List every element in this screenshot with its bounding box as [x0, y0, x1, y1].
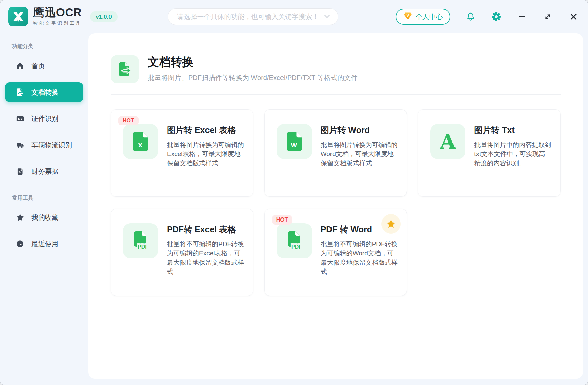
pdf-file-icon: PDF [123, 223, 158, 258]
sidebar-item-vehicle-logistics[interactable]: 车辆物流识别 [5, 135, 83, 155]
page-title: 文档转换 [148, 56, 358, 68]
card-title: 图片转 Txt [474, 125, 552, 136]
settings-gear-icon[interactable] [491, 11, 502, 22]
hot-badge: HOT [118, 116, 139, 125]
version-badge: v1.0.0 [90, 11, 117, 22]
card-pdf-to-excel[interactable]: PDFPDF转 Excel 表格批量将不可编辑的PDF转换为可编辑的Excel表… [111, 209, 253, 296]
page-header: 文档转换 批量将图片、PDF扫描件等转换为 Word/Excel/PDF/TXT… [111, 55, 561, 83]
maximize-button[interactable] [542, 11, 553, 22]
chevron-down-icon [324, 14, 330, 20]
svg-text:w: w [291, 140, 297, 149]
card-description: 批量将图片转换为可编辑的Excel表格，可最大限度地保留文档版式样式 [167, 140, 244, 168]
txt-a-icon: A [430, 124, 465, 159]
receipt-icon [16, 167, 24, 176]
word-file-icon: w [277, 124, 312, 159]
feature-card-grid: HOT x图片转 Excel 表格批量将图片转换为可编辑的Excel表格，可最大… [111, 109, 561, 296]
close-button[interactable] [568, 11, 579, 22]
card-text: 图片转 Word批量将图片转换为可编辑的Word文档，可最大限度地保留文档版式样… [321, 124, 398, 185]
clock-icon [16, 239, 24, 248]
sidebar-item-label: 财务票据 [31, 167, 58, 176]
svg-text:x: x [138, 140, 143, 149]
svg-text:PDF: PDF [138, 244, 148, 250]
sidebar-item-doc-convert[interactable]: 文档转换 [5, 82, 83, 102]
minimize-button[interactable] [517, 11, 528, 22]
sidebar-item-recent[interactable]: 最近使用 [5, 234, 83, 254]
star-icon [16, 213, 24, 222]
card-description: 批量将图片转换为可编辑的Word文档，可最大限度地保留文档版式样式 [321, 140, 398, 168]
page-header-text: 文档转换 批量将图片、PDF扫描件等转换为 Word/Excel/PDF/TXT… [148, 55, 358, 82]
function-search-select[interactable]: 请选择一个具体的功能，也可输入关键字搜索！ [168, 8, 338, 25]
sidebar-item-home[interactable]: 首页 [5, 56, 83, 76]
doc-convert-icon [111, 55, 139, 83]
header-divider [111, 94, 561, 95]
app-title: 鹰迅OCR [33, 7, 82, 18]
card-description: 批量将不可编辑的PDF转换为可编辑的Word文档，可最大限度地保留文档版式样式 [321, 239, 398, 276]
svg-text:V: V [407, 13, 409, 18]
app-logo-icon [8, 7, 28, 26]
pdf-file-icon: PDF [277, 223, 312, 258]
doc-convert-icon [16, 88, 24, 97]
window-body: 功能分类首页 文档转换证件识别车辆物流识别财务票据常用工具我的收藏最近使用 文档… [0, 33, 588, 385]
page-subtitle: 批量将图片、PDF扫描件等转换为 Word/Excel/PDF/TXT 等格式的… [148, 73, 358, 82]
hot-badge: HOT [272, 215, 292, 225]
sidebar-item-label: 最近使用 [31, 239, 58, 249]
app-window: 鹰迅OCR 智能文字识别工具 v1.0.0 请选择一个具体的功能，也可输入关键字… [0, 0, 588, 385]
home-icon [16, 61, 24, 70]
topbar-actions: V 个人中心 [396, 9, 579, 25]
id-card-icon [16, 114, 24, 123]
sidebar-section-label: 功能分类 [12, 43, 88, 50]
card-text: 图片转 Txt批量将图片中的内容提取到txt文本文件中，可实现高精度的内容识别。 [474, 124, 552, 185]
svg-text:PDF: PDF [291, 244, 302, 250]
sidebar-item-id-recognition[interactable]: 证件识别 [5, 109, 83, 128]
card-text: PDF转 Excel 表格批量将不可编辑的PDF转换为可编辑的Excel表格，可… [167, 223, 244, 284]
sidebar-section-label: 常用工具 [12, 195, 88, 202]
sidebar-item-finance-invoice[interactable]: 财务票据 [5, 161, 83, 181]
main-panel: 文档转换 批量将图片、PDF扫描件等转换为 Word/Excel/PDF/TXT… [88, 33, 583, 379]
card-pdf-to-word[interactable]: HOT PDFPDF 转 Word批量将不可编辑的PDF转换为可编辑的Word文… [264, 209, 407, 296]
card-text: 图片转 Excel 表格批量将图片转换为可编辑的Excel表格，可最大限度地保留… [167, 124, 244, 185]
sidebar-item-label: 首页 [31, 61, 45, 71]
profile-center-button[interactable]: V 个人中心 [396, 9, 450, 25]
card-title: PDF转 Excel 表格 [167, 224, 244, 235]
topbar: 鹰迅OCR 智能文字识别工具 v1.0.0 请选择一个具体的功能，也可输入关键字… [0, 0, 588, 33]
favorite-star-icon[interactable] [381, 214, 401, 234]
excel-file-icon: x [123, 124, 158, 159]
sidebar-item-label: 我的收藏 [31, 213, 58, 222]
app-subtitle: 智能文字识别工具 [33, 20, 82, 26]
card-description: 批量将不可编辑的PDF转换为可编辑的Excel表格，可最大限度地保留文档版式样式 [167, 239, 244, 276]
sidebar: 功能分类首页 文档转换证件识别车辆物流识别财务票据常用工具我的收藏最近使用 [0, 33, 88, 385]
card-description: 批量将图片中的内容提取到txt文本文件中，可实现高精度的内容识别。 [474, 140, 552, 168]
profile-center-label: 个人中心 [416, 12, 443, 21]
card-img-to-word[interactable]: w图片转 Word批量将图片转换为可编辑的Word文档，可最大限度地保留文档版式… [264, 109, 407, 197]
card-img-to-excel[interactable]: HOT x图片转 Excel 表格批量将图片转换为可编辑的Excel表格，可最大… [111, 109, 253, 197]
sidebar-item-label: 文档转换 [31, 88, 58, 97]
sidebar-item-label: 车辆物流识别 [31, 140, 72, 150]
truck-icon [16, 140, 24, 149]
letter-a-icon: A [440, 131, 456, 152]
card-title: 图片转 Excel 表格 [167, 125, 244, 136]
notification-bell-icon[interactable] [465, 11, 476, 22]
card-title: 图片转 Word [321, 125, 398, 136]
vip-gem-icon: V [403, 12, 412, 21]
sidebar-item-favorites[interactable]: 我的收藏 [5, 208, 83, 227]
app-title-block: 鹰迅OCR 智能文字识别工具 [33, 7, 82, 26]
sidebar-item-label: 证件识别 [31, 114, 58, 123]
card-img-to-txt[interactable]: A图片转 Txt批量将图片中的内容提取到txt文本文件中，可实现高精度的内容识别… [418, 109, 561, 197]
search-placeholder: 请选择一个具体的功能，也可输入关键字搜索！ [177, 12, 324, 21]
